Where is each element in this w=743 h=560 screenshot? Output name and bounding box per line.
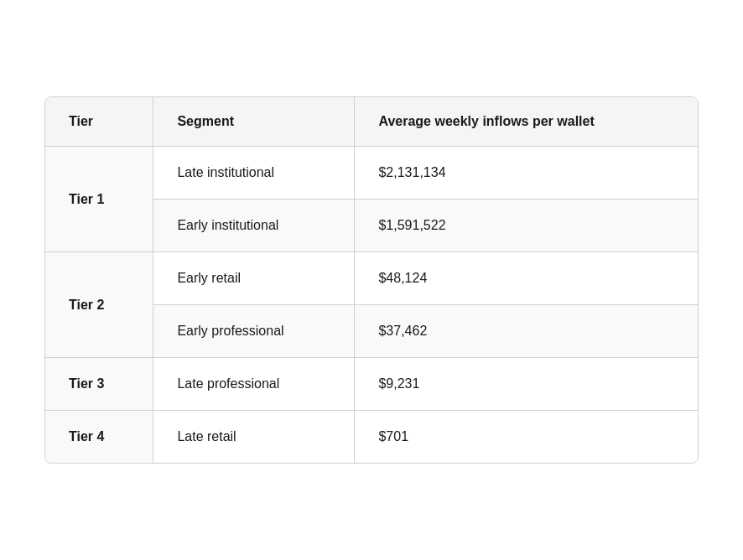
value-cell: $37,462 xyxy=(355,305,698,358)
value-cell: $701 xyxy=(355,411,698,464)
header-segment: Segment xyxy=(153,97,355,147)
table-row: Tier 4Late retail$701 xyxy=(45,411,698,464)
value-cell: $2,131,134 xyxy=(355,147,698,200)
segment-cell: Late professional xyxy=(153,358,355,411)
segment-cell: Early institutional xyxy=(153,200,355,252)
segment-cell: Late retail xyxy=(153,411,355,464)
table-row: Tier 1Late institutional$2,131,134 xyxy=(45,147,698,200)
table-row: Tier 3Late professional$9,231 xyxy=(45,358,698,411)
tier-cell: Tier 1 xyxy=(45,147,153,252)
tier-cell: Tier 2 xyxy=(45,252,153,358)
tier-cell: Tier 3 xyxy=(45,358,153,411)
table-header-row: Tier Segment Average weekly inflows per … xyxy=(45,97,698,147)
header-avg-weekly: Average weekly inflows per wallet xyxy=(355,97,698,147)
data-table: Tier Segment Average weekly inflows per … xyxy=(44,96,699,464)
segment-cell: Early retail xyxy=(153,252,355,305)
segment-cell: Late institutional xyxy=(153,147,355,200)
value-cell: $9,231 xyxy=(355,358,698,411)
header-tier: Tier xyxy=(45,97,153,147)
value-cell: $48,124 xyxy=(355,252,698,305)
tier-cell: Tier 4 xyxy=(45,411,153,464)
segment-cell: Early professional xyxy=(153,305,355,358)
value-cell: $1,591,522 xyxy=(355,200,698,252)
table-row: Tier 2Early retail$48,124 xyxy=(45,252,698,305)
